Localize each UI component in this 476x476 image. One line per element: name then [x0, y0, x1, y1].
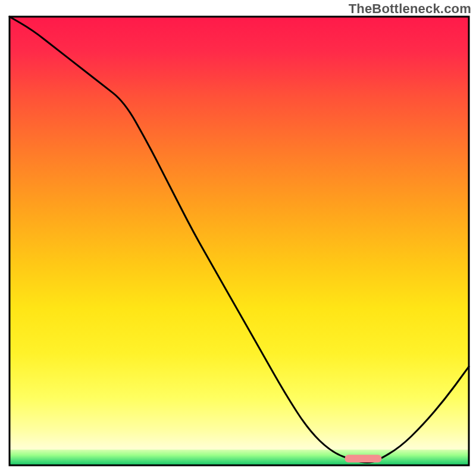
green-band — [10, 450, 469, 465]
chart-svg — [0, 0, 476, 476]
bottleneck-chart: TheBottleneck.com — [0, 0, 476, 476]
gradient-background — [10, 17, 469, 465]
plot-area — [10, 17, 469, 465]
watermark-text: TheBottleneck.com — [349, 1, 471, 17]
optimal-marker — [345, 455, 382, 462]
